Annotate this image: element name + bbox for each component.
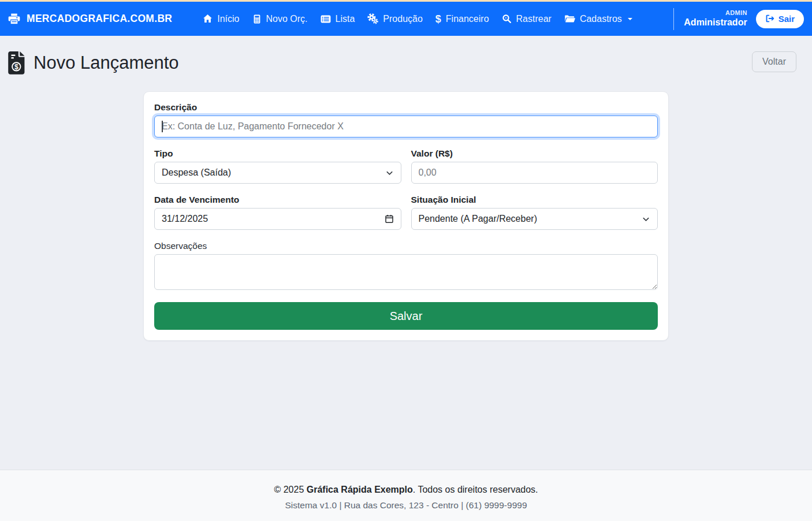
chevron-down-icon: [642, 215, 650, 224]
page-footer: © 2025 Gráfica Rápida Exemplo. Todos os …: [0, 470, 812, 521]
nav-item-rastrear[interactable]: Rastrear: [496, 9, 558, 29]
valor-input[interactable]: [411, 162, 658, 184]
form-card: Descrição Tipo Despesa (Saída) Valor (R$…: [143, 91, 669, 341]
dollar-icon: $: [435, 14, 441, 24]
brand-logo[interactable]: MERCADOGRAFICA.COM.BR: [8, 13, 172, 25]
copyright-line: © 2025 Gráfica Rápida Exemplo. Todos os …: [0, 485, 812, 495]
vencimento-value: 31/12/2025: [162, 214, 208, 224]
system-info-line: Sistema v1.0 | Rua das Cores, 123 - Cent…: [0, 500, 812, 511]
nav-item-financeiro[interactable]: $ Financeiro: [429, 9, 496, 29]
situacao-selected-value: Pendente (A Pagar/Receber): [419, 214, 537, 224]
text-cursor: [162, 121, 163, 132]
vencimento-date-input[interactable]: 31/12/2025: [154, 208, 401, 230]
observacoes-label: Observações: [154, 241, 658, 251]
tipo-label: Tipo: [154, 148, 401, 159]
svg-text:$: $: [14, 63, 18, 71]
page-header: $ Novo Lançamento Voltar: [0, 36, 812, 75]
folder-icon: [564, 13, 575, 24]
nav-item-novo-orc[interactable]: Novo Orç.: [246, 9, 314, 29]
logout-icon: [765, 14, 774, 23]
gears-icon: [367, 13, 378, 24]
descricao-input[interactable]: [154, 116, 658, 137]
situacao-label: Situação Inicial: [411, 195, 658, 205]
descricao-label: Descrição: [154, 102, 658, 113]
main-content: $ Novo Lançamento Voltar Descrição Tipo …: [0, 36, 812, 470]
observacoes-textarea[interactable]: [154, 254, 658, 290]
save-button[interactable]: Salvar: [154, 302, 658, 330]
valor-label: Valor (R$): [411, 148, 658, 159]
calendar-icon: [385, 214, 394, 224]
printer-icon: [8, 13, 20, 25]
brand-text: MERCADOGRAFICA.COM.BR: [27, 13, 172, 25]
page-title: $ Novo Lançamento: [8, 51, 179, 75]
chevron-down-icon: [628, 18, 632, 20]
tipo-selected-value: Despesa (Saída): [162, 168, 231, 178]
nav-item-inicio[interactable]: Início: [196, 9, 245, 29]
back-button[interactable]: Voltar: [752, 51, 796, 72]
list-icon: [321, 14, 331, 24]
calculator-icon: [252, 14, 262, 24]
company-name: Gráfica Rápida Exemplo: [307, 485, 413, 494]
top-navbar: MERCADOGRAFICA.COM.BR Início: [0, 2, 812, 36]
file-invoice-dollar-icon: $: [8, 51, 26, 75]
nav-item-lista[interactable]: Lista: [314, 9, 362, 29]
nav-item-producao[interactable]: Produção: [361, 9, 429, 29]
situacao-select[interactable]: Pendente (A Pagar/Receber): [411, 208, 658, 230]
user-role-badge: ADMIN: [684, 9, 747, 17]
search-icon: [502, 14, 512, 24]
chevron-down-icon: [385, 169, 394, 177]
logout-button[interactable]: Sair: [756, 10, 804, 28]
home-icon: [203, 14, 213, 24]
navbar-right: ADMIN Administrador Sair: [664, 8, 804, 30]
tipo-select[interactable]: Despesa (Saída): [154, 162, 401, 184]
nav-item-cadastros[interactable]: Cadastros: [558, 9, 639, 29]
main-navigation: Início Novo Orç.: [196, 9, 639, 29]
vencimento-label: Data de Vencimento: [154, 195, 401, 205]
navbar-divider: [673, 8, 674, 30]
user-info: ADMIN Administrador: [684, 9, 747, 29]
user-name: Administrador: [684, 17, 747, 29]
